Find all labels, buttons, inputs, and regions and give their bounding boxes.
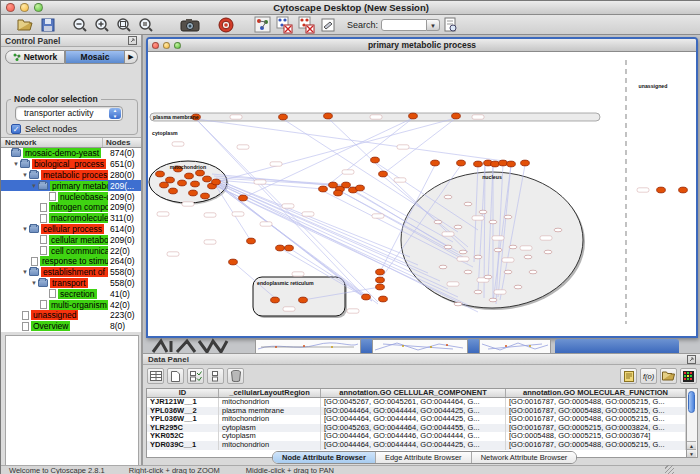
network-edge[interactable] xyxy=(218,180,418,265)
network-node[interactable] xyxy=(212,179,221,185)
table-cell[interactable]: YKR052C xyxy=(147,432,219,441)
zoom-in-icon[interactable] xyxy=(91,16,113,34)
node-color-dropdown[interactable]: transporter activity ▲▼ xyxy=(15,106,123,121)
expand-arrow-icon[interactable]: ▼ xyxy=(21,172,29,178)
tree-row[interactable]: Overview8(0) xyxy=(1,321,141,332)
tree-row[interactable]: ▼cellular process614(0) xyxy=(1,224,141,235)
tree-row[interactable]: cell communicat22(0) xyxy=(1,245,141,256)
network-node-small[interactable] xyxy=(434,220,442,224)
network-node[interactable] xyxy=(409,113,418,119)
expand-arrow-icon[interactable]: ▼ xyxy=(21,226,29,232)
network-edge[interactable] xyxy=(218,182,428,273)
table-cell[interactable]: [GO:0016787, GO:0005488, GO:0005215, G..… xyxy=(506,441,686,450)
matrix-icon[interactable] xyxy=(680,368,697,384)
network-node-small[interactable] xyxy=(439,265,447,269)
network-edge[interactable] xyxy=(196,119,378,302)
tree-row[interactable]: secretion41(0) xyxy=(1,288,141,299)
hide-edges-icon[interactable] xyxy=(273,16,295,34)
tab-node-attribute-browser[interactable]: Node Attribute Browser xyxy=(273,452,376,463)
network-node[interactable] xyxy=(507,161,516,167)
network-node-small[interactable] xyxy=(514,285,522,289)
tree-row[interactable]: ▼biological_process651(0) xyxy=(1,159,141,170)
table-cell[interactable]: [GO:0044464, GO:0044446, GO:0044444, G..… xyxy=(321,432,506,441)
zoom-selected-icon[interactable] xyxy=(135,16,157,34)
network-node-small[interactable] xyxy=(474,290,482,294)
tree-row[interactable]: response to stimulu264(0) xyxy=(1,256,141,267)
open-folder-icon[interactable] xyxy=(15,16,37,34)
select-attributes-icon[interactable] xyxy=(187,368,204,384)
background-window-fragment[interactable] xyxy=(479,339,551,353)
network-node[interactable] xyxy=(457,160,466,166)
tree-header-nodes[interactable]: Nodes xyxy=(103,138,141,147)
table-cell[interactable]: cytoplasm xyxy=(219,432,321,441)
network-node[interactable] xyxy=(362,294,371,300)
network-node-small[interactable] xyxy=(464,270,472,274)
expand-arrow-icon[interactable]: ▼ xyxy=(21,269,29,275)
tree-row[interactable]: ▼establishment of lo558(0) xyxy=(1,267,141,278)
network-node[interactable] xyxy=(285,245,294,251)
scroll-down-icon[interactable]: ▼ xyxy=(687,449,696,457)
search-input[interactable] xyxy=(381,19,427,31)
network-edge[interactable] xyxy=(216,118,456,182)
network-canvas[interactable]: plasma membranecytoplasmmitochondrionnuc… xyxy=(148,52,696,336)
delete-attribute-icon[interactable] xyxy=(227,368,244,384)
network-node[interactable] xyxy=(160,182,169,188)
table-cell[interactable]: [GO:0044464, GO:0044444, GO:0044425, G..… xyxy=(321,407,506,416)
network-node-small[interactable] xyxy=(544,250,552,254)
table-row[interactable]: YDR039C__1mitochondrion[GO:0044464, GO:0… xyxy=(147,441,686,450)
snapshot-camera-icon[interactable] xyxy=(179,16,201,34)
network-node[interactable] xyxy=(452,113,461,119)
annotation-icon[interactable] xyxy=(317,16,339,34)
table-cell[interactable]: YPL036W__2 xyxy=(147,407,219,416)
network-node[interactable] xyxy=(474,161,483,167)
network-node[interactable] xyxy=(379,171,388,177)
tree-row[interactable]: ▼primary metabol209(... xyxy=(1,180,141,191)
float-data-panel-icon[interactable] xyxy=(687,355,696,364)
network-node[interactable] xyxy=(379,296,388,302)
network-node[interactable] xyxy=(491,161,500,167)
column-header[interactable]: annotation.GO MOLECULAR_FUNCTION xyxy=(506,389,686,397)
table-row[interactable]: YPL036W__2plasma membrane[GO:0044464, GO… xyxy=(147,407,686,416)
table-row[interactable]: YLR295Ccytoplasm[GO:0045263, GO:0044464,… xyxy=(147,424,686,433)
table-cell[interactable]: [GO:0016787, GO:0005488, GO:0005215, G..… xyxy=(506,415,686,424)
tree-header-network[interactable]: Network xyxy=(1,138,103,147)
table-cell[interactable]: YDR039C__1 xyxy=(147,441,219,450)
tree-row[interactable]: multi-organism pro42(0) xyxy=(1,299,141,310)
tab-mosaic[interactable]: Mosaic xyxy=(65,50,125,64)
search-dropdown-icon[interactable]: ▼ xyxy=(427,19,440,31)
table-cell[interactable]: [GO:0044464, GO:0044444, GO:0044425, G..… xyxy=(321,441,506,450)
table-row[interactable]: YKR052Ccytoplasm[GO:0044464, GO:0044446,… xyxy=(147,432,686,441)
network-node-small[interactable] xyxy=(464,202,472,206)
more-tabs-icon[interactable]: ▶ xyxy=(125,50,138,64)
tab-network[interactable]: Network xyxy=(5,50,65,64)
background-window-fragment[interactable] xyxy=(372,339,468,353)
background-window-fragment[interactable] xyxy=(255,339,361,353)
network-node[interactable] xyxy=(324,113,333,119)
network-node-small[interactable] xyxy=(444,195,452,199)
tree-row[interactable]: nucleobase-co209(0) xyxy=(1,191,141,202)
tab-network-attribute-browser[interactable]: Network Attribute Browser xyxy=(472,452,577,463)
table-row[interactable]: YJR121W__1mitochondrion[GO:0045267, GO:0… xyxy=(147,398,686,407)
network-node[interactable] xyxy=(185,173,194,179)
network-node[interactable] xyxy=(276,245,285,251)
network-node[interactable] xyxy=(203,176,212,182)
table-cell[interactable]: [GO:0016787, GO:0005488, GO:0005215, G..… xyxy=(506,398,686,407)
table-cell[interactable]: mitochondrion xyxy=(219,415,321,424)
background-window-edge[interactable] xyxy=(555,339,679,353)
network-node[interactable] xyxy=(431,160,440,166)
network-node-small[interactable] xyxy=(454,302,462,306)
network-node-small[interactable] xyxy=(504,215,512,219)
network-node[interactable] xyxy=(166,177,175,183)
table-cell[interactable]: [GO:0016787, GO:0005215, GO:0003824, G..… xyxy=(506,424,686,433)
network-node[interactable] xyxy=(156,171,165,177)
new-attribute-icon[interactable] xyxy=(167,368,184,384)
table-cell[interactable]: [GO:0044464, GO:0044444, GO:0044425, G..… xyxy=(321,415,506,424)
network-node[interactable] xyxy=(191,181,200,187)
network-node[interactable] xyxy=(679,187,688,193)
network-node[interactable] xyxy=(499,160,508,166)
scroll-up-icon[interactable]: ▲ xyxy=(687,441,696,449)
select-nodes-checkbox[interactable]: ✓ xyxy=(11,124,21,134)
table-cell[interactable]: [GO:0045267, GO:0045261, GO:0044464, G..… xyxy=(321,398,506,407)
network-node[interactable] xyxy=(178,180,187,186)
network-node-small[interactable] xyxy=(444,245,452,249)
